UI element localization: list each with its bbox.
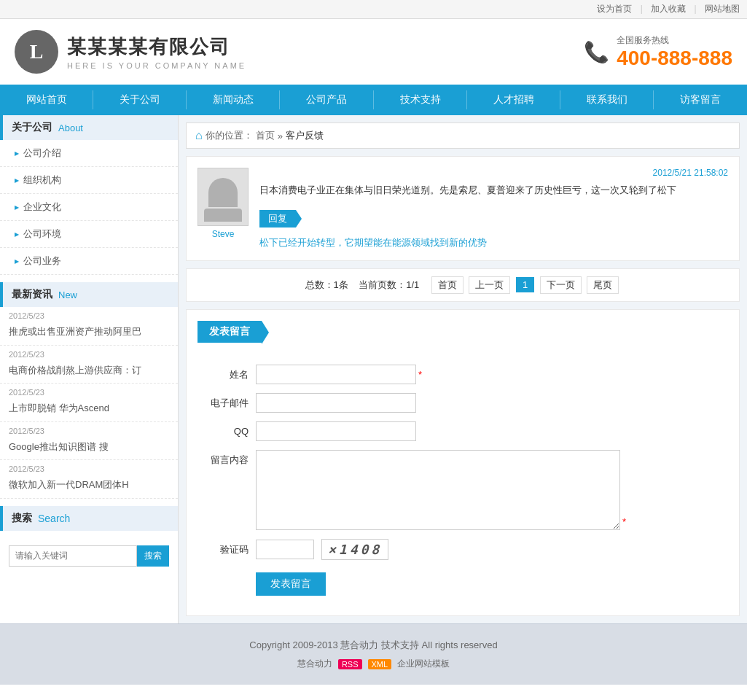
xml-badge[interactable]: XML xyxy=(368,659,392,669)
news-item-3[interactable]: 上市即脱销 华为Ascend xyxy=(0,398,178,422)
form-row-qq: QQ xyxy=(197,421,728,441)
content-area: ⌂ 你的位置： 首页 » 客户反馈 Steve 2012/5/21 21:58:… xyxy=(179,115,747,623)
nav-contact[interactable]: 联系我们 xyxy=(560,85,654,115)
form-row-captcha: 验证码 ×1408 xyxy=(197,539,728,560)
hotline-number: 400-888-888 xyxy=(617,47,732,70)
header: L 某某某某有限公司 HERE IS YOUR COMPANY NAME 📞 全… xyxy=(0,19,747,85)
sidebar-search-title: 搜索 xyxy=(12,512,32,525)
form-title: 发表留言 xyxy=(197,321,262,343)
main-nav: 网站首页 关于公司 新闻动态 公司产品 技术支持 人才招聘 联系我们 访客留言 xyxy=(0,85,747,115)
nav-news[interactable]: 新闻动态 xyxy=(187,85,280,115)
search-input[interactable] xyxy=(9,545,137,567)
sidebar-news-section: 最新资讯 New 2012/5/23 推虎或出售亚洲资产推动阿里巴 2012/5… xyxy=(0,282,178,499)
email-label: 电子邮件 xyxy=(197,397,256,410)
sidebar-item-biz[interactable]: 公司业务 xyxy=(0,248,178,275)
sidebar-item-org[interactable]: 组织机构 xyxy=(0,167,178,194)
post-username: Steve xyxy=(197,229,249,239)
name-required: * xyxy=(418,369,422,380)
nav-guestbook[interactable]: 访客留言 xyxy=(654,85,747,115)
post-body: 2012/5/21 21:58:02 日本消费电子业正在集体与旧日荣光道别。先是… xyxy=(259,168,728,249)
captcha-row: ×1408 xyxy=(256,539,388,560)
post-time: 2012/5/21 21:58:02 xyxy=(259,168,728,178)
reply-button[interactable]: 回复 xyxy=(259,210,296,228)
sidebar-search-en: Search xyxy=(38,513,70,524)
sidebar-search-header: 搜索 Search xyxy=(0,506,178,531)
sidebar-about-title: 关于公司 xyxy=(12,121,52,134)
nav-home[interactable]: 网站首页 xyxy=(0,85,93,115)
search-box: 搜索 xyxy=(9,545,169,567)
name-input[interactable] xyxy=(256,365,416,384)
footer: Copyright 2009-2013 慧合动力 技术支持 All rights… xyxy=(0,623,747,685)
news-item-4[interactable]: Google推出知识图谱 搜 xyxy=(0,437,178,461)
sidebar-item-intro[interactable]: 公司介绍 xyxy=(0,140,178,167)
reply-content: 松下已经开始转型，它期望能在能源领域找到新的优势 xyxy=(259,236,728,249)
submit-button[interactable]: 发表留言 xyxy=(256,572,326,596)
phone-icon: 📞 xyxy=(584,40,609,64)
news-item-5[interactable]: 微软加入新一代DRAM团体H xyxy=(0,475,178,499)
captcha-input[interactable] xyxy=(256,540,314,559)
form-title-row: 发表留言 xyxy=(197,321,728,354)
avatar xyxy=(197,168,249,226)
add-favorite-link[interactable]: 加入收藏 xyxy=(651,4,686,14)
breadcrumb: ⌂ 你的位置： 首页 » 客户反馈 xyxy=(186,122,740,149)
message-label: 留言内容 xyxy=(197,450,256,467)
sidebar-item-culture[interactable]: 企业文化 xyxy=(0,194,178,221)
news-date-3: 2012/5/23 xyxy=(0,384,178,398)
form-row-email: 电子邮件 xyxy=(197,393,728,413)
main-layout: 关于公司 About 公司介绍 组织机构 企业文化 公司环境 公司业务 最新资讯… xyxy=(0,115,747,623)
post-card: Steve 2012/5/21 21:58:02 日本消费电子业正在集体与旧日荣… xyxy=(186,156,740,261)
sidebar-about-en: About xyxy=(58,122,83,133)
footer-suffix: 企业网站模板 xyxy=(397,658,450,670)
page-1-btn[interactable]: 1 xyxy=(516,277,534,292)
company-sub: HERE IS YOUR COMPANY NAME xyxy=(67,61,246,70)
site-map-link[interactable]: 网站地图 xyxy=(705,4,740,14)
qq-label: QQ xyxy=(197,426,256,437)
news-date-2: 2012/5/23 xyxy=(0,346,178,360)
message-required: * xyxy=(622,516,626,530)
news-date-5: 2012/5/23 xyxy=(0,460,178,475)
rss-badge[interactable]: RSS xyxy=(338,659,362,669)
sidebar-news-header: 最新资讯 New xyxy=(0,282,178,307)
breadcrumb-home-icon[interactable]: ⌂ xyxy=(195,129,203,142)
sidebar-about-header: 关于公司 About xyxy=(0,115,178,140)
breadcrumb-home-link[interactable]: 首页 xyxy=(256,129,275,142)
news-item-1[interactable]: 推虎或出售亚洲资产推动阿里巴 xyxy=(0,322,178,346)
pagination: 总数：1条 当前页数：1/1 首页 上一页 1 下一页 尾页 xyxy=(186,268,740,302)
sep2: | xyxy=(695,4,697,14)
sidebar-item-env[interactable]: 公司环境 xyxy=(0,221,178,248)
qq-input[interactable] xyxy=(256,421,416,441)
message-textarea[interactable] xyxy=(256,450,620,530)
next-page-btn[interactable]: 下一页 xyxy=(540,276,582,294)
post-text: 日本消费电子业正在集体与旧日荣光道别。先是索尼、夏普迎来了历史性巨亏，这一次又轮… xyxy=(259,182,728,198)
breadcrumb-current: 客户反馈 xyxy=(286,129,324,142)
reply-area: 回复 xyxy=(259,204,728,233)
comment-form: 发表留言 姓名 * 电子邮件 QQ 留言内容 * 验证码 xyxy=(186,309,740,616)
avatar-head xyxy=(208,178,238,207)
news-date-4: 2012/5/23 xyxy=(0,422,178,437)
footer-links: 慧合动力 RSS XML 企业网站模板 xyxy=(15,658,732,670)
nav-jobs[interactable]: 人才招聘 xyxy=(467,85,560,115)
company-name-block: 某某某某有限公司 HERE IS YOUR COMPANY NAME xyxy=(67,34,246,70)
post-avatar-block: Steve xyxy=(197,168,249,239)
captcha-label: 验证码 xyxy=(197,543,256,556)
nav-about[interactable]: 关于公司 xyxy=(93,85,187,115)
nav-products[interactable]: 公司产品 xyxy=(280,85,373,115)
prev-page-btn[interactable]: 上一页 xyxy=(469,276,510,294)
sep1: | xyxy=(641,4,643,14)
nav-support[interactable]: 技术支持 xyxy=(374,85,467,115)
captcha-image: ×1408 xyxy=(321,539,388,560)
sidebar-search-section: 搜索 Search 搜索 xyxy=(0,506,178,572)
last-page-btn[interactable]: 尾页 xyxy=(587,276,619,294)
breadcrumb-arrow: » xyxy=(278,131,283,141)
email-input[interactable] xyxy=(256,393,416,413)
logo-icon: L xyxy=(15,30,58,74)
news-item-2[interactable]: 电商价格战削熬上游供应商：订 xyxy=(0,360,178,384)
set-home-link[interactable]: 设为首页 xyxy=(597,4,632,14)
first-page-btn[interactable]: 首页 xyxy=(431,276,464,294)
avatar-body xyxy=(204,209,242,222)
form-row-submit: 发表留言 xyxy=(197,569,728,596)
form-row-message: 留言内容 * xyxy=(197,450,728,530)
search-button[interactable]: 搜索 xyxy=(137,545,169,567)
footer-copyright: Copyright 2009-2013 慧合动力 技术支持 All rights… xyxy=(15,639,732,652)
form-row-name: 姓名 * xyxy=(197,365,728,384)
